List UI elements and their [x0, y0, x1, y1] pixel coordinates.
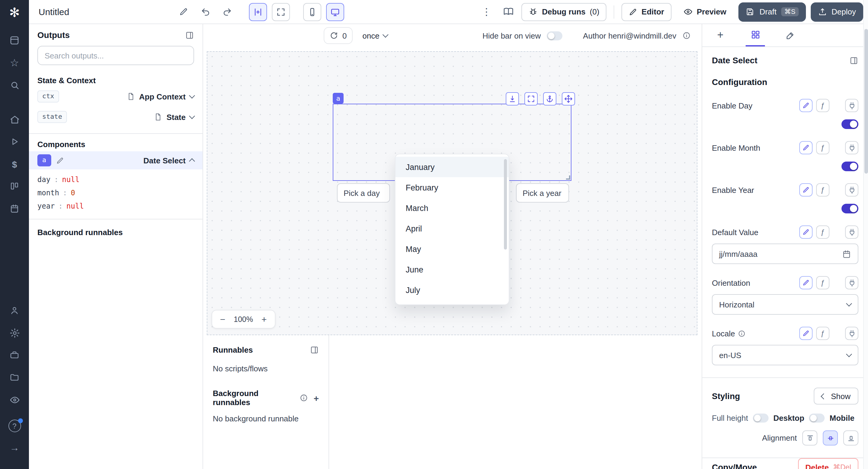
folders-icon[interactable]	[5, 369, 24, 386]
expand-down-icon[interactable]	[506, 92, 519, 105]
user-icon[interactable]	[5, 302, 24, 319]
collapse-arrow-icon[interactable]: →	[5, 439, 24, 456]
move-icon[interactable]	[562, 92, 575, 105]
function-icon[interactable]: ƒ	[816, 183, 830, 196]
enable-month-toggle[interactable]	[841, 162, 858, 171]
mobile-view-icon[interactable]	[303, 3, 321, 21]
help-icon[interactable]: ?	[8, 419, 21, 432]
enable-year-toggle[interactable]	[841, 204, 858, 213]
star-icon[interactable]: ☆	[5, 54, 24, 71]
component-settings-tab-icon[interactable]	[746, 24, 765, 46]
undo-icon[interactable]	[197, 3, 214, 20]
run-mode-dropdown[interactable]: once	[362, 31, 388, 40]
align-top-icon[interactable]	[802, 430, 817, 445]
month-option[interactable]: August	[396, 300, 509, 305]
workers-case-icon[interactable]	[5, 347, 24, 364]
docs-book-icon[interactable]	[500, 3, 517, 20]
styling-tab-brush-icon[interactable]	[781, 24, 800, 46]
desktop-mobile-toggle[interactable]	[809, 413, 825, 423]
boards-icon[interactable]	[5, 178, 24, 195]
audit-eye-icon[interactable]	[5, 391, 24, 408]
static-pencil-icon[interactable]	[799, 183, 812, 196]
draft-button[interactable]: Draft ⌘S	[738, 2, 806, 22]
connect-plug-icon[interactable]	[845, 225, 858, 239]
chevron-up-icon[interactable]	[189, 158, 195, 164]
runs-play-icon[interactable]	[5, 133, 24, 150]
zoom-in-button[interactable]: +	[261, 314, 267, 324]
add-background-runnable-button[interactable]: +	[313, 393, 319, 403]
static-pencil-icon[interactable]	[799, 225, 812, 239]
resize-handle[interactable]	[566, 176, 570, 180]
month-option[interactable]: June	[396, 259, 509, 280]
default-value-date-input[interactable]: jj/mm/aaaa	[712, 244, 858, 264]
fullscreen-icon[interactable]	[524, 92, 538, 105]
chevron-down-icon[interactable]	[189, 113, 195, 119]
month-option[interactable]: May	[396, 239, 509, 259]
edit-title-pencil-icon[interactable]	[176, 3, 192, 20]
insert-tab-plus-icon[interactable]: +	[711, 24, 730, 46]
connect-plug-icon[interactable]	[845, 276, 858, 289]
month-option[interactable]: July	[396, 280, 509, 300]
function-icon[interactable]: ƒ	[816, 327, 830, 340]
rename-pencil-icon[interactable]	[56, 156, 64, 164]
enable-day-toggle[interactable]	[841, 119, 858, 129]
panel-icon[interactable]	[310, 345, 319, 354]
function-icon[interactable]: ƒ	[816, 225, 830, 239]
desktop-view-icon[interactable]	[326, 3, 344, 21]
static-pencil-icon[interactable]	[799, 327, 812, 340]
day-input[interactable]: Pick a day	[337, 183, 390, 202]
info-icon[interactable]	[682, 31, 691, 40]
panel-icon[interactable]	[849, 56, 858, 65]
connect-plug-icon[interactable]	[845, 327, 858, 340]
state-row[interactable]: state State	[29, 108, 203, 126]
year-input[interactable]: Pick a year	[516, 183, 569, 202]
month-option[interactable]: February	[396, 177, 509, 198]
function-icon[interactable]: ƒ	[816, 99, 830, 112]
month-option[interactable]: April	[396, 218, 509, 239]
function-icon[interactable]: ƒ	[816, 276, 830, 289]
info-icon[interactable]	[300, 394, 308, 402]
ctx-row[interactable]: ctx App Context	[29, 87, 203, 105]
static-pencil-icon[interactable]	[799, 99, 812, 112]
component-id-tab[interactable]: a	[333, 93, 344, 104]
static-pencil-icon[interactable]	[799, 141, 812, 154]
debug-runs-button[interactable]: Debug runs (0)	[521, 3, 607, 21]
output-prop-month[interactable]: month:0	[37, 186, 194, 199]
window-scrollbar[interactable]	[863, 0, 868, 469]
search-icon[interactable]	[5, 76, 24, 93]
connect-plug-icon[interactable]	[845, 183, 858, 196]
connect-plug-icon[interactable]	[845, 141, 858, 154]
apps-icon[interactable]	[5, 32, 24, 49]
deploy-button[interactable]: Deploy	[810, 2, 863, 22]
windmill-logo-icon[interactable]: ✻	[9, 6, 20, 19]
full-height-toggle[interactable]	[753, 413, 769, 423]
month-option[interactable]: January	[396, 157, 509, 177]
month-option[interactable]: March	[396, 198, 509, 218]
editor-button[interactable]: Editor	[622, 3, 672, 21]
align-bottom-icon[interactable]	[843, 430, 858, 445]
schedules-calendar-icon[interactable]	[5, 200, 24, 217]
chevron-down-icon[interactable]	[189, 93, 195, 99]
search-outputs-input[interactable]	[37, 46, 194, 65]
show-styling-button[interactable]: Show	[814, 387, 858, 405]
refresh-count-button[interactable]: 0	[324, 27, 352, 44]
anchor-icon[interactable]	[543, 92, 556, 105]
variables-dollar-icon[interactable]: $	[5, 156, 24, 173]
output-prop-day[interactable]: day:null	[37, 173, 194, 186]
width-constraint-icon[interactable]	[249, 3, 267, 21]
home-icon[interactable]	[5, 111, 24, 128]
output-prop-year[interactable]: year:null	[37, 199, 194, 213]
dropdown-scrollbar[interactable]	[504, 159, 507, 250]
connect-plug-icon[interactable]	[845, 99, 858, 112]
redo-icon[interactable]	[219, 3, 236, 20]
component-a-row[interactable]: a Date Select	[29, 151, 203, 169]
fullwidth-icon[interactable]	[272, 3, 290, 21]
delete-component-button[interactable]: Delete ⌘Del	[798, 458, 858, 469]
app-canvas[interactable]: a Pick a day Pick a month Pick a year	[207, 51, 698, 335]
function-icon[interactable]: ƒ	[816, 141, 830, 154]
hide-bar-toggle[interactable]	[547, 31, 562, 40]
align-center-icon[interactable]	[823, 430, 838, 445]
more-menu-kebab-icon[interactable]: ⋮	[478, 3, 495, 20]
settings-gear-icon[interactable]	[5, 324, 24, 341]
panel-icon[interactable]	[185, 30, 194, 39]
